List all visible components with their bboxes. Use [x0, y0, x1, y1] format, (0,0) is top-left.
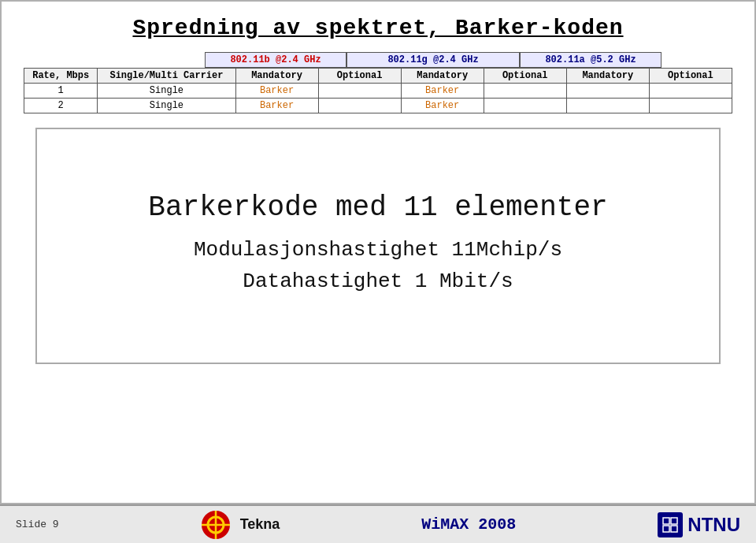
- footer-slide-info: Slide 9: [16, 519, 59, 530]
- ntnu-box-icon: [659, 514, 681, 536]
- table-row: 1 Single Barker Barker: [24, 84, 732, 99]
- col-header-carrier: Single/Multi Carrier: [98, 69, 235, 84]
- col-header-mand2: Mandatory: [401, 69, 484, 84]
- standards-header: 802.11b @2.4 GHz 802.11g @2.4 GHz 802.11…: [24, 52, 732, 68]
- table-row: 2 Single Barker Barker: [24, 99, 732, 113]
- content-line2: Modulasjonshastighet 11Mchip/s: [194, 238, 562, 262]
- tekna-label: Tekna: [240, 516, 280, 533]
- row1-mand3: [566, 84, 649, 99]
- content-box: Barkerkode med 11 elementer Modulasjonsh…: [35, 128, 721, 364]
- row2-mand3: [566, 99, 649, 113]
- col-header-opt1: Optional: [318, 69, 401, 84]
- std-header-8021a: 802.11a @5.2 GHz: [520, 52, 662, 68]
- ntnu-label: NTNU: [687, 514, 740, 536]
- std-header-8021b: 802.11b @2.4 GHz: [205, 52, 346, 68]
- row2-mand1: Barker: [235, 99, 318, 113]
- slide-label: Slide: [16, 519, 46, 530]
- row2-opt3: [649, 99, 732, 113]
- row1-mand2: Barker: [401, 84, 484, 99]
- footer-wimax-label: WiMAX 2008: [421, 515, 516, 534]
- table-wrapper: 802.11b @2.4 GHz 802.11g @2.4 GHz 802.11…: [24, 52, 732, 113]
- row1-rate: 1: [24, 84, 98, 99]
- row1-opt1: [318, 84, 401, 99]
- data-table: Rate, Mbps Single/Multi Carrier Mandator…: [24, 68, 732, 113]
- col-header-opt3: Optional: [649, 69, 732, 84]
- row1-opt3: [649, 84, 732, 99]
- footer-tekna-logo: Tekna: [201, 510, 280, 540]
- col-header-rate: Rate, Mbps: [24, 69, 98, 84]
- slide-title: Spredning av spektret, Barker-koden: [132, 16, 623, 40]
- row2-rate: 2: [24, 99, 98, 113]
- tekna-icon: [201, 510, 235, 540]
- row1-opt2: [484, 84, 566, 99]
- row2-mand2: Barker: [401, 99, 484, 113]
- std-header-8021g: 802.11g @2.4 GHz: [346, 52, 520, 68]
- row1-carrier: Single: [98, 84, 235, 99]
- row2-opt2: [484, 99, 566, 113]
- content-line1: Barkerkode med 11 elementer: [148, 192, 607, 224]
- content-line3: Datahastighet 1 Mbit/s: [243, 270, 513, 293]
- table-header-row: Rate, Mbps Single/Multi Carrier Mandator…: [24, 69, 732, 84]
- slide-container: Spredning av spektret, Barker-koden 802.…: [0, 0, 756, 504]
- footer: Slide 9 Tekna WiMAX 2008 NTNU: [0, 504, 756, 543]
- col-header-opt2: Optional: [484, 69, 566, 84]
- row2-carrier: Single: [98, 99, 235, 113]
- col-header-mand3: Mandatory: [566, 69, 649, 84]
- col-header-mand1: Mandatory: [235, 69, 318, 84]
- footer-ntnu-logo: NTNU: [658, 512, 740, 537]
- row1-mand1: Barker: [235, 84, 318, 99]
- ntnu-icon: [658, 512, 683, 537]
- slide-number: 9: [53, 519, 59, 530]
- row2-opt1: [318, 99, 401, 113]
